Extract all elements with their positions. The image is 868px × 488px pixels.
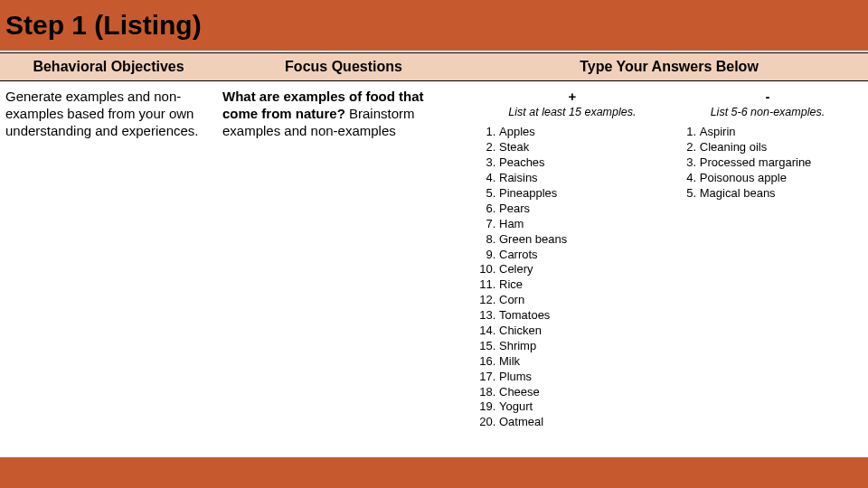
footer-band [0, 457, 868, 488]
list-item: Magical beans [700, 186, 859, 202]
table-body-row: Generate examples and non-examples based… [0, 81, 868, 457]
list-item: Rice [499, 277, 669, 293]
list-item: Carrots [499, 248, 669, 263]
list-item: Raisins [499, 171, 669, 186]
list-item: Ham [499, 217, 669, 232]
positive-examples-list: ApplesSteakPeachesRaisinsPineapplesPears… [476, 125, 669, 430]
focus-cell: What are examples of food that come from… [217, 81, 470, 457]
list-item: Yogurt [499, 399, 669, 415]
list-item: Steak [499, 140, 669, 155]
list-item: Cheese [499, 385, 669, 400]
list-item: Cleaning oils [700, 140, 859, 155]
negative-examples-list: AspirinCleaning oilsProcessed margarineP… [676, 125, 859, 201]
list-item: Oatmeal [499, 415, 669, 430]
header-answers: Type Your Answers Below [470, 52, 868, 81]
negative-instruction: List 5-6 non-examples. [676, 106, 859, 120]
list-item: Shrimp [499, 339, 669, 354]
list-item: Corn [499, 293, 669, 308]
list-item: Pineapples [499, 186, 669, 202]
header-focus: Focus Questions [217, 52, 470, 81]
list-item: Peaches [499, 155, 669, 171]
table-header-row: Behavioral Objectives Focus Questions Ty… [0, 52, 868, 81]
list-item: Chicken [499, 324, 669, 339]
list-item: Celery [499, 262, 669, 277]
slide: Step 1 (Listing) Behavioral Objectives F… [0, 0, 868, 488]
list-item: Apples [499, 125, 669, 140]
answers-cell: + List at least 15 examples. ApplesSteak… [470, 81, 868, 457]
list-item: Tomatoes [499, 308, 669, 324]
negative-symbol: - [676, 89, 859, 106]
header-objectives: Behavioral Objectives [0, 52, 217, 81]
answers-negative-column: - List 5-6 non-examples. AspirinCleaning… [676, 89, 859, 450]
positive-symbol: + [476, 89, 669, 106]
list-item: Green beans [499, 232, 669, 248]
answers-positive-column: + List at least 15 examples. ApplesSteak… [476, 89, 676, 450]
list-item: Aspirin [700, 125, 859, 140]
list-item: Milk [499, 354, 669, 370]
list-item: Poisonous apple [700, 171, 859, 186]
slide-title: Step 1 (Listing) [5, 10, 202, 41]
objectives-cell: Generate examples and non-examples based… [0, 81, 217, 457]
list-item: Pears [499, 202, 669, 217]
list-item: Plums [499, 370, 669, 385]
list-item: Processed margarine [700, 155, 859, 171]
title-band: Step 1 (Listing) [0, 0, 868, 52]
positive-instruction: List at least 15 examples. [476, 106, 669, 120]
